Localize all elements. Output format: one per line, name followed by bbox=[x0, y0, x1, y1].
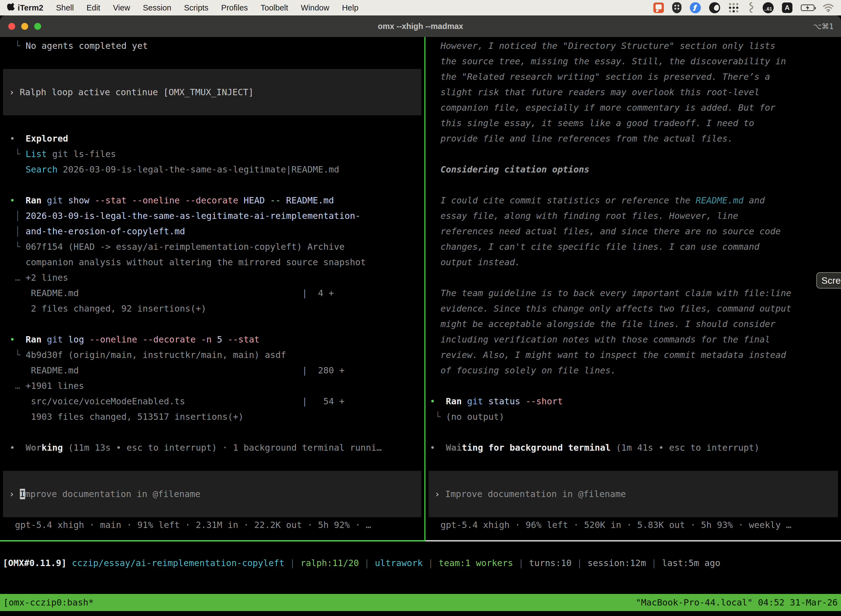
terminal-line: The team guideline is to back every impo… bbox=[425, 285, 841, 301]
window-shortcut-badge: ⌥⌘1 bbox=[813, 22, 834, 31]
terminal-line: • Explored bbox=[0, 131, 424, 146]
terminal-line: might be acceptable alongside the file l… bbox=[425, 316, 841, 332]
terminal-blank-line bbox=[0, 177, 424, 193]
right-agent-pane[interactable]: However, I noticed the "Directory Struct… bbox=[425, 37, 841, 540]
left-agent-pane[interactable]: └ No agents completed yet› Ralph loop ac… bbox=[0, 37, 424, 540]
terminal-line: README.md | 280 + bbox=[0, 363, 424, 378]
window-title: omx --xhigh --madmax bbox=[0, 22, 841, 31]
menu-item-view[interactable]: View bbox=[113, 3, 130, 12]
inject-message-box[interactable]: › Ralph loop active continue [OMX_TMUX_I… bbox=[3, 69, 421, 115]
terminal-blank-line bbox=[425, 146, 841, 162]
terminal-line: └ No agents completed yet bbox=[0, 38, 424, 54]
pane-bottom-separator bbox=[0, 540, 841, 541]
terminal-line: … +1901 lines bbox=[0, 378, 424, 393]
terminal-line: the "Related research writing" section i… bbox=[425, 69, 841, 84]
terminal-blank-line bbox=[425, 270, 841, 285]
apple-menu-icon[interactable] bbox=[7, 3, 15, 12]
terminal-line: │ and-the-erosion-of-copyleft.md bbox=[0, 224, 424, 239]
terminal-line: However, I noticed the "Directory Struct… bbox=[425, 38, 841, 54]
tmux-host-clock: "MacBook-Pro-44.local" 04:52 31-Mar-26 bbox=[636, 597, 838, 608]
terminal-line: 2 files changed, 92 insertions(+) bbox=[0, 301, 424, 316]
terminal-line: • Ran git status --short bbox=[425, 393, 841, 409]
menu-status-icons: ..61 A bbox=[653, 2, 834, 13]
wifi-icon[interactable] bbox=[823, 3, 834, 12]
menu-item-iterm2[interactable]: iTerm2 bbox=[18, 3, 43, 12]
terminal-line: … +2 lines bbox=[0, 270, 424, 285]
terminal-line: review. Also, I might want to inspect th… bbox=[425, 347, 841, 363]
terminal-line: └ (no output) bbox=[425, 409, 841, 424]
terminal-blank-line bbox=[0, 424, 424, 440]
terminal-blank-line bbox=[0, 455, 424, 471]
terminal-line: including verification notes with those … bbox=[425, 332, 841, 347]
terminal-blank-line bbox=[425, 455, 841, 471]
terminal-blank-line bbox=[0, 54, 424, 69]
terminal-line: evidence. Since this change only affects… bbox=[425, 301, 841, 316]
a-square-icon[interactable]: A bbox=[782, 3, 793, 13]
window-titlebar[interactable]: omx --xhigh --madmax ⌥⌘1 bbox=[0, 15, 841, 37]
menu-items: iTerm2ShellEditViewSessionScriptsProfile… bbox=[18, 3, 358, 12]
prompt-input-text: › Improve documentation in @filename bbox=[3, 486, 421, 502]
screen-overlay-button: Scre bbox=[816, 272, 841, 289]
omx-status-line: [OMX#0.11.9] cczip/essay/ai-reimplementa… bbox=[3, 555, 841, 571]
terminal-line: references need actual files, and since … bbox=[425, 224, 841, 239]
menu-item-profiles[interactable]: Profiles bbox=[221, 3, 248, 12]
battery-icon[interactable] bbox=[801, 4, 815, 11]
terminal-line: • Working (11m 13s • esc to interrupt) ·… bbox=[0, 440, 424, 455]
menu-item-shell[interactable]: Shell bbox=[56, 3, 74, 12]
menu-item-window[interactable]: Window bbox=[301, 3, 329, 12]
shield-grid-icon[interactable] bbox=[672, 2, 681, 13]
terminal-line: Search 2026-03-09-is-legal-the-same-as-l… bbox=[0, 162, 424, 177]
terminal-line: └ List git ls-files bbox=[0, 146, 424, 162]
inject-message-text: › Ralph loop active continue [OMX_TMUX_I… bbox=[3, 84, 421, 100]
terminal-blank-line bbox=[425, 424, 841, 440]
prompt-input-text: › Improve documentation in @filename bbox=[428, 486, 838, 502]
menu-item-toolbelt[interactable]: Toolbelt bbox=[261, 3, 288, 12]
badge-61-icon[interactable]: ..61 bbox=[763, 2, 774, 13]
macos-menu-bar: iTerm2ShellEditViewSessionScriptsProfile… bbox=[0, 0, 841, 15]
prompt-input-box[interactable]: › Improve documentation in @filename bbox=[3, 471, 421, 517]
terminal-line: 1903 files changed, 513517 insertions(+) bbox=[0, 409, 424, 424]
prompt-input-box[interactable]: › Improve documentation in @filename bbox=[428, 471, 838, 517]
terminal-line: └ 4b9d30f (origin/main, instructkr/main,… bbox=[0, 347, 424, 363]
terminal-line: changes, I can't cite specific file line… bbox=[425, 239, 841, 254]
squiggle-icon[interactable] bbox=[747, 2, 755, 13]
terminal-line: of focusing solely on file lines. bbox=[425, 363, 841, 378]
dots-grid-icon[interactable] bbox=[728, 3, 739, 13]
terminal-line: essay file, along with finding root file… bbox=[425, 208, 841, 224]
terminal-line: └ 067f154 (HEAD -> essay/ai-reimplementa… bbox=[0, 239, 424, 254]
terminal-line: README.md | 4 + bbox=[0, 285, 424, 301]
terminal-line: provide file and line references from th… bbox=[425, 131, 841, 146]
terminal-line: this single essay, it seems like a good … bbox=[425, 115, 841, 131]
terminal-panes: └ No agents completed yet› Ralph loop ac… bbox=[0, 37, 841, 540]
terminal-line: I could cite commit statistics or refere… bbox=[425, 193, 841, 208]
terminal-line: • Waiting for background terminal (1m 41… bbox=[425, 440, 841, 455]
terminal-blank-line bbox=[0, 316, 424, 332]
terminal-blank-line bbox=[425, 378, 841, 393]
terminal-line: companion file, especially if more comme… bbox=[425, 100, 841, 115]
terminal-line: Considering citation options bbox=[425, 162, 841, 177]
terminal-line: the source tree, missing the essay. Stil… bbox=[425, 54, 841, 69]
menu-item-scripts[interactable]: Scripts bbox=[184, 3, 209, 12]
terminal-blank-line bbox=[425, 177, 841, 193]
window-bottom-strip bbox=[0, 611, 841, 616]
terminal-line: │ 2026-03-09-is-legal-the-same-as-legiti… bbox=[0, 208, 424, 224]
menu-item-session[interactable]: Session bbox=[143, 3, 171, 12]
menu-item-help[interactable]: Help bbox=[342, 3, 358, 12]
terminal-line: slight risk that future readers may over… bbox=[425, 84, 841, 100]
dark-pie-icon[interactable] bbox=[709, 2, 720, 13]
tmux-status-bar: [omx-cczip0:bash* "MacBook-Pro-44.local"… bbox=[0, 594, 841, 611]
terminal-line: src/voice/voiceModeEnabled.ts | 54 + bbox=[0, 393, 424, 409]
tmux-session-label: [omx-cczip0:bash* bbox=[3, 597, 94, 608]
terminal-line: output instead. bbox=[425, 254, 841, 270]
terminal-line: gpt-5.4 xhigh · 96% left · 520K in · 5.8… bbox=[425, 517, 841, 532]
terminal-line: companion analysis without altering the … bbox=[0, 254, 424, 270]
terminal-line: gpt-5.4 xhigh · main · 91% left · 2.31M … bbox=[0, 517, 424, 532]
terminal-blank-line bbox=[0, 115, 424, 131]
screen-overlay-label: Scre bbox=[821, 275, 841, 286]
terminal-line: • Ran git show --stat --oneline --decora… bbox=[0, 193, 424, 208]
chat-app-icon[interactable] bbox=[653, 3, 664, 13]
menu-item-edit[interactable]: Edit bbox=[86, 3, 100, 12]
omx-status-bar: [OMX#0.11.9] cczip/essay/ai-reimplementa… bbox=[0, 541, 841, 594]
blue-badge-icon[interactable] bbox=[690, 2, 701, 13]
iterm2-window: omx --xhigh --madmax ⌥⌘1 └ No agents com… bbox=[0, 15, 841, 616]
